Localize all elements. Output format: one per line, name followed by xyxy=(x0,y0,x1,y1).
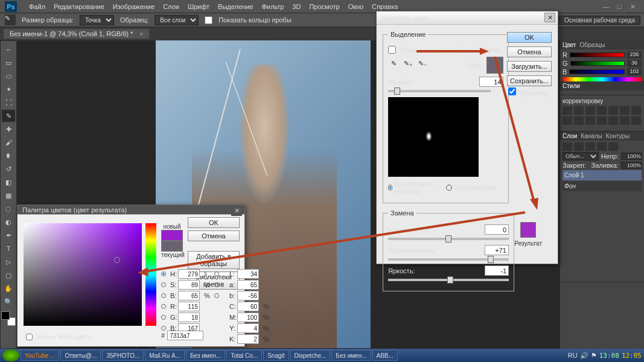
eyedropper-plus-icon[interactable]: ✎₊ xyxy=(403,60,413,71)
task-item[interactable]: 35PHOTO... xyxy=(102,350,144,361)
cancel-button[interactable]: Отмена xyxy=(507,46,552,57)
adj-icon[interactable] xyxy=(563,116,572,125)
y-input[interactable] xyxy=(237,323,259,333)
task-item[interactable]: Mail.Ru А... xyxy=(145,350,185,361)
task-item[interactable]: YouTube ... xyxy=(21,350,59,361)
r-radio[interactable] xyxy=(161,304,166,309)
local-checkbox[interactable] xyxy=(388,46,396,54)
c-input[interactable] xyxy=(237,302,259,311)
filter-icon[interactable] xyxy=(563,142,572,151)
tool-marquee[interactable]: ▭ xyxy=(2,57,15,69)
fill-input[interactable] xyxy=(621,162,642,169)
menu-image[interactable]: Изображение xyxy=(113,3,155,10)
tool-hand[interactable]: ✋ xyxy=(2,282,15,294)
color-marker[interactable] xyxy=(114,257,120,263)
g-value[interactable]: 36 xyxy=(627,60,642,67)
spread-input[interactable] xyxy=(479,77,503,87)
tool-pen[interactable]: ✒ xyxy=(2,229,15,241)
bb-radio[interactable] xyxy=(161,326,166,331)
tool-path[interactable]: ▷ xyxy=(2,256,15,268)
close-icon[interactable]: ✕ xyxy=(231,206,242,216)
adj-icon[interactable] xyxy=(585,106,595,115)
b-value[interactable]: 102 xyxy=(627,68,642,75)
mode-image-radio[interactable]: Изображение xyxy=(446,184,496,191)
light-slider[interactable] xyxy=(388,279,509,281)
task-item[interactable]: Total Co... xyxy=(226,350,262,361)
task-item[interactable]: ABB... xyxy=(372,350,398,361)
menu-file[interactable]: Файл xyxy=(29,3,45,10)
hex-input[interactable] xyxy=(167,331,203,340)
clock[interactable]: 13:08 xyxy=(599,352,619,360)
tool-type[interactable]: T xyxy=(2,243,15,255)
k-input[interactable] xyxy=(237,334,259,344)
close-icon[interactable]: ✕ xyxy=(544,13,555,22)
bv-input[interactable] xyxy=(178,291,200,300)
menu-view[interactable]: Просмотр xyxy=(309,3,339,10)
adj-icon[interactable] xyxy=(631,106,641,115)
hue-slider[interactable] xyxy=(388,238,509,240)
eyedropper-icon[interactable]: ✎ xyxy=(388,60,399,71)
source-color-swatch[interactable] xyxy=(486,57,503,74)
adj-icon[interactable] xyxy=(585,116,595,125)
opacity-input[interactable] xyxy=(621,153,642,160)
mode-selection-radio[interactable]: Выделенная область xyxy=(388,180,435,195)
picker-titlebar[interactable]: Палитра цветов (цвет результата) ✕ xyxy=(18,205,244,215)
picker-add[interactable]: Добавить в образцы xyxy=(188,251,240,269)
minimize-icon[interactable]: — xyxy=(601,3,611,11)
r-value[interactable]: 236 xyxy=(627,51,642,59)
hue-input[interactable] xyxy=(485,224,509,235)
menu-filter[interactable]: Фильтр xyxy=(261,3,284,10)
webonly-checkbox[interactable] xyxy=(26,334,33,340)
tray-icon[interactable]: ⚑ xyxy=(591,352,597,360)
l-radio[interactable] xyxy=(214,272,219,276)
menu-window[interactable]: Окно xyxy=(348,3,364,10)
workspace-switcher[interactable]: Основная рабочая среда xyxy=(559,16,640,25)
r-slider[interactable] xyxy=(570,52,625,57)
eyedropper-minus-icon[interactable]: ✎₋ xyxy=(417,60,428,71)
tab-layers[interactable]: Слои xyxy=(563,133,577,139)
layer-bg[interactable]: Фон xyxy=(563,181,642,191)
task-item[interactable]: Dispetche... xyxy=(290,350,331,361)
tool-eraser[interactable]: ◧ xyxy=(2,176,15,188)
tool-dodge[interactable]: ◐ xyxy=(2,216,15,228)
filter-icon[interactable] xyxy=(608,142,618,151)
task-item[interactable]: Ответы@... xyxy=(60,350,101,361)
menu-type[interactable]: Шрифт xyxy=(188,3,209,10)
a-radio[interactable] xyxy=(214,282,219,287)
tool-crop[interactable]: ⛶ xyxy=(2,97,15,109)
maximize-icon[interactable]: □ xyxy=(614,3,625,11)
tool-gradient[interactable]: ▦ xyxy=(2,189,15,202)
tool-heal[interactable]: ✚ xyxy=(2,123,15,135)
adj-icon[interactable] xyxy=(574,106,584,115)
tool-stamp[interactable]: ⧯ xyxy=(2,150,15,162)
tool-history[interactable]: ↺ xyxy=(2,163,15,175)
fg-bg-swatches[interactable] xyxy=(1,311,16,326)
color-field[interactable] xyxy=(24,223,142,326)
l-input[interactable] xyxy=(237,269,259,279)
m-input[interactable] xyxy=(237,313,259,322)
sample-from-select[interactable]: Все слои xyxy=(155,15,199,25)
tool-lasso[interactable]: ⬭ xyxy=(2,70,15,82)
adj-icon[interactable] xyxy=(620,116,630,125)
filter-icon[interactable] xyxy=(574,142,584,151)
menu-edit[interactable]: Редактирование xyxy=(54,3,104,10)
h-radio[interactable] xyxy=(161,272,166,276)
adj-icon[interactable] xyxy=(563,106,572,115)
close-icon[interactable]: ✕ xyxy=(627,3,638,11)
adj-icon[interactable] xyxy=(608,106,618,115)
show-ring-checkbox[interactable] xyxy=(205,16,212,24)
layer-item[interactable]: Слой 1 xyxy=(563,170,642,180)
blend-mode[interactable]: Обыч... xyxy=(563,152,599,160)
tool-blur[interactable]: ◌ xyxy=(2,203,15,215)
close-tab-icon[interactable]: × xyxy=(139,30,143,37)
g-input[interactable] xyxy=(178,313,200,322)
tool-eyedropper[interactable]: ✎ xyxy=(2,110,15,122)
menu-layer[interactable]: Слои xyxy=(163,3,179,10)
task-item[interactable]: Snagit xyxy=(263,350,289,361)
adj-icon[interactable] xyxy=(620,106,630,115)
b-slider[interactable] xyxy=(569,69,625,74)
adj-icon[interactable] xyxy=(608,116,618,125)
picker-cancel[interactable]: Отмена xyxy=(188,230,240,241)
b2-radio[interactable] xyxy=(214,293,219,298)
document-tab[interactable]: Без имени-1 @ 74,3% (Слой 1, RGB/8) * × xyxy=(4,29,149,39)
